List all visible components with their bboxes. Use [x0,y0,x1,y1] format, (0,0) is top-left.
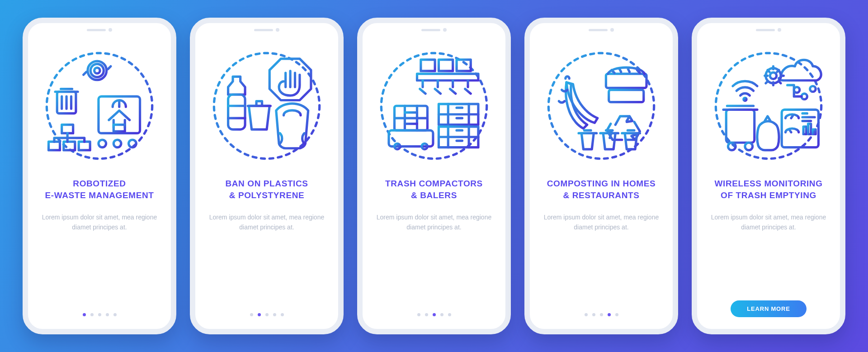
composting-icon [545,49,658,162]
ban-plastics-icon [210,49,323,162]
wireless-monitoring-icon [712,49,825,162]
svg-rect-29 [609,90,644,102]
phone-notch [251,28,283,32]
screen-title: COMPOSTING IN HOMES & RESTAURANTS [547,178,656,201]
svg-rect-20 [417,74,478,81]
onboarding-screen-5: WIRELESS MONITORING OF TRASH EMPTYING Lo… [692,18,845,334]
title-line-1: COMPOSTING IN HOMES [547,179,656,188]
phone-notch [418,28,450,32]
svg-rect-15 [228,95,245,129]
screen-body: Lorem ipsum dolor sit amet, mea regione … [206,213,327,232]
svg-rect-9 [113,125,125,132]
title-line-2: & BALERS [411,190,457,200]
pagination-dots[interactable] [417,313,451,316]
svg-point-10 [99,140,106,147]
svg-rect-28 [606,74,646,88]
phone-notch [84,28,115,32]
pagination-dots[interactable] [250,313,284,316]
svg-point-39 [745,143,753,150]
screen-body: Lorem ipsum dolor sit amet, mea regione … [541,213,662,232]
svg-point-12 [129,140,137,147]
onboarding-screen-1: ROBOTIZED E-WASTE MANAGEMENT Lorem ipsum… [23,18,176,334]
learn-more-button[interactable]: LEARN MORE [731,300,806,317]
svg-point-33 [744,98,746,100]
screen-title: BAN ON PLASTICS & POLYSTYRENE [225,178,308,201]
pagination-dots[interactable] [585,313,618,316]
title-line-2: & POLYSTYRENE [229,190,305,200]
onboarding-screen-4: COMPOSTING IN HOMES & RESTAURANTS Lorem … [524,18,678,334]
svg-rect-4 [62,125,73,133]
title-line-1: ROBOTIZED [73,179,126,188]
phone-notch [753,28,784,32]
svg-point-35 [810,86,816,92]
compactors-icon [377,49,491,162]
svg-point-11 [113,140,121,147]
svg-rect-37 [726,109,755,143]
screen-title: WIRELESS MONITORING OF TRASH EMPTYING [714,178,822,201]
svg-rect-5 [49,142,60,150]
title-line-2: E-WASTE MANAGEMENT [45,190,154,200]
title-line-1: TRASH COMPACTORS [385,179,483,188]
title-line-1: BAN ON PLASTICS [225,179,308,188]
svg-point-2 [94,68,100,74]
svg-rect-42 [808,124,811,134]
title-line-1: WIRELESS MONITORING [714,179,822,188]
svg-point-1 [90,64,104,77]
onboarding-screen-2: BAN ON PLASTICS & POLYSTYRENE Lorem ipsu… [190,18,344,334]
title-line-2: & RESTAURANTS [563,190,640,200]
screen-body: Lorem ipsum dolor sit amet, mea regione … [708,213,829,232]
title-line-2: OF TRASH EMPTYING [721,190,816,200]
screen-title: ROBOTIZED E-WASTE MANAGEMENT [45,178,154,201]
svg-rect-41 [803,127,806,134]
screen-body: Lorem ipsum dolor sit amet, mea regione … [373,213,495,232]
pagination-dots[interactable] [83,313,117,316]
screen-body: Lorem ipsum dolor sit amet, mea regione … [39,213,160,232]
robot-ewaste-icon [43,49,156,162]
onboarding-screen-3: TRASH COMPACTORS & BALERS Lorem ipsum do… [357,18,511,334]
screen-title: TRASH COMPACTORS & BALERS [385,178,483,201]
phone-notch [585,28,617,32]
svg-point-32 [770,72,777,79]
svg-rect-18 [439,60,453,71]
svg-rect-17 [421,60,435,71]
svg-rect-7 [79,142,90,150]
svg-point-38 [728,143,736,150]
